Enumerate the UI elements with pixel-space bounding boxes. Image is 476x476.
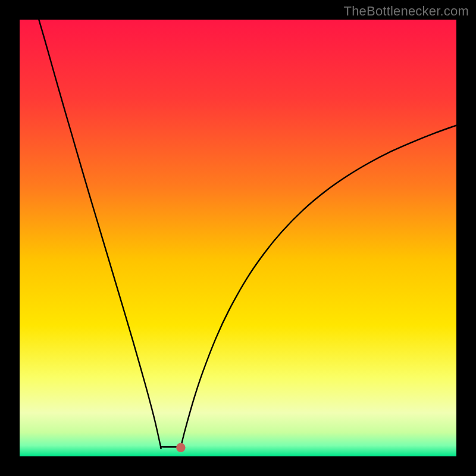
chart-plot-area <box>20 20 456 456</box>
gradient-background <box>20 20 456 456</box>
minimum-marker-icon <box>176 443 185 452</box>
attribution-text: TheBottlenecker.com <box>344 4 469 19</box>
chart-svg <box>20 20 456 456</box>
outer-frame: TheBottlenecker.com <box>0 0 476 476</box>
